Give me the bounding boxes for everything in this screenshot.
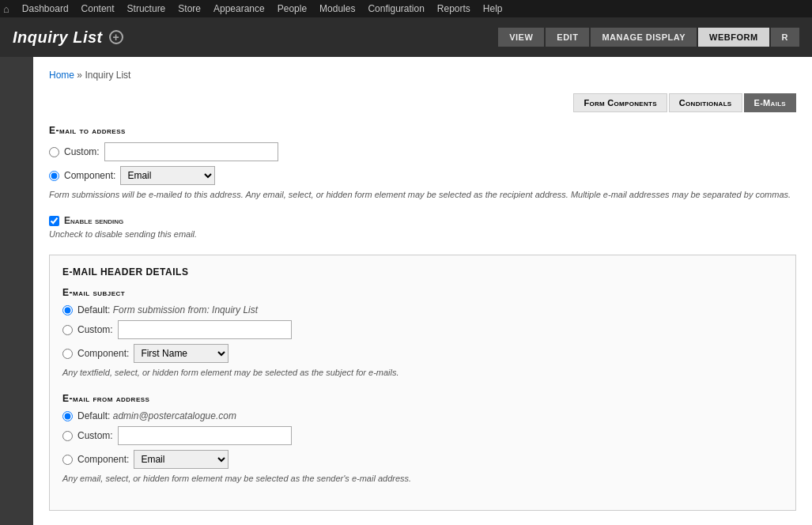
content-area: Home » Inquiry List Form components Cond… [0, 57, 812, 525]
email-to-label: E-mail to address [49, 125, 796, 136]
email-from-section: E-mail from address Default: admin@poste… [62, 393, 783, 483]
from-default-value: admin@postercatalogue.com [113, 410, 236, 421]
from-custom-label: Custom: [77, 430, 113, 441]
main-content: Home » Inquiry List Form components Cond… [33, 57, 812, 525]
subject-default-label: Default: Form submission from: Inquiry L… [77, 304, 258, 315]
email-to-custom-label: Custom: [64, 146, 100, 157]
sidebar [0, 57, 33, 525]
nav-appearance[interactable]: Appearance [207, 0, 271, 17]
email-to-custom-radio[interactable] [49, 147, 59, 157]
nav-configuration[interactable]: Configuration [361, 0, 430, 17]
from-custom-radio[interactable] [62, 431, 73, 441]
page-header-tabs: View Edit Manage Display Webform R [498, 28, 799, 47]
email-subject-label: E-mail subject [62, 287, 783, 298]
emails-btn[interactable]: E-mails [744, 93, 797, 112]
enable-sending-label: Enable sending [64, 215, 123, 226]
page-title: Inquiry List + [13, 28, 123, 47]
email-to-component-row: Component: Email First Name Last Name [49, 166, 796, 185]
tab-webform[interactable]: Webform [698, 28, 769, 47]
subject-custom-label: Custom: [77, 324, 113, 335]
email-header-card: E-mail Header Details E-mail subject Def… [49, 255, 796, 511]
home-icon[interactable]: ⌂ [3, 3, 9, 15]
subject-help: Any textfield, select, or hidden form el… [62, 368, 783, 377]
email-to-component-label: Component: [64, 170, 115, 181]
email-to-custom-input[interactable] [104, 142, 278, 161]
nav-structure[interactable]: Structure [121, 0, 172, 17]
email-from-label: E-mail from address [62, 393, 783, 404]
breadcrumb-current: Inquiry List [85, 70, 130, 81]
from-help: Any email, select, or hidden form elemen… [62, 474, 783, 483]
breadcrumb-separator: » [77, 70, 82, 81]
from-custom-row: Custom: [62, 426, 783, 445]
enable-sending-row: Enable sending [49, 215, 796, 226]
email-header-title: E-mail Header Details [62, 266, 783, 278]
form-components-btn[interactable]: Form components [573, 93, 667, 112]
subject-component-label: Component: [77, 348, 129, 359]
from-component-select[interactable]: Email First Name [134, 450, 228, 469]
subject-default-value: Form submission from: Inquiry List [113, 304, 258, 315]
top-nav: ⌂ Dashboard Content Structure Store Appe… [0, 0, 812, 17]
tab-edit[interactable]: Edit [546, 28, 589, 47]
tab-view[interactable]: View [498, 28, 544, 47]
subject-component-radio[interactable] [62, 349, 73, 359]
subject-component-row: Component: First Name Last Name Email [62, 344, 783, 363]
page-header: Inquiry List + View Edit Manage Display … [0, 17, 812, 57]
email-subject-section: E-mail subject Default: Form submission … [62, 287, 783, 377]
enable-sending-section: Enable sending Uncheck to disable sendin… [49, 215, 796, 239]
subject-custom-input[interactable] [118, 320, 292, 339]
action-buttons: Form components Conditionals E-mails [49, 93, 796, 112]
subject-custom-row: Custom: [62, 320, 783, 339]
email-to-section: E-mail to address Custom: Component: Ema… [49, 125, 796, 199]
email-to-component-select[interactable]: Email First Name Last Name [120, 166, 215, 185]
from-default-row: Default: admin@postercatalogue.com [62, 410, 783, 421]
subject-component-select[interactable]: First Name Last Name Email [134, 344, 228, 363]
nav-help[interactable]: Help [477, 0, 509, 17]
from-default-radio[interactable] [62, 411, 73, 421]
email-to-help: Form submissions will be e-mailed to thi… [49, 190, 796, 199]
enable-sending-checkbox[interactable] [49, 216, 59, 226]
from-component-radio[interactable] [62, 455, 73, 465]
subject-default-row: Default: Form submission from: Inquiry L… [62, 304, 783, 315]
breadcrumb-home[interactable]: Home [49, 70, 74, 81]
conditionals-btn[interactable]: Conditionals [669, 93, 742, 112]
tab-extra[interactable]: R [771, 28, 799, 47]
tab-manage-display[interactable]: Manage Display [591, 28, 697, 47]
enable-sending-help: Uncheck to disable sending this email. [49, 229, 796, 239]
nav-modules[interactable]: Modules [313, 0, 361, 17]
subject-custom-radio[interactable] [62, 325, 73, 335]
from-component-label: Component: [77, 454, 129, 465]
subject-default-radio[interactable] [62, 305, 73, 315]
email-to-custom-row: Custom: [49, 142, 796, 161]
nav-dashboard[interactable]: Dashboard [16, 0, 75, 17]
add-icon[interactable]: + [109, 30, 123, 44]
from-component-row: Component: Email First Name [62, 450, 783, 469]
email-to-component-radio[interactable] [49, 171, 59, 181]
from-default-label: Default: admin@postercatalogue.com [77, 410, 236, 421]
nav-reports[interactable]: Reports [431, 0, 477, 17]
nav-people[interactable]: People [271, 0, 313, 17]
from-custom-input[interactable] [118, 426, 292, 445]
nav-content[interactable]: Content [75, 0, 121, 17]
nav-store[interactable]: Store [172, 0, 207, 17]
breadcrumb: Home » Inquiry List [49, 70, 796, 81]
